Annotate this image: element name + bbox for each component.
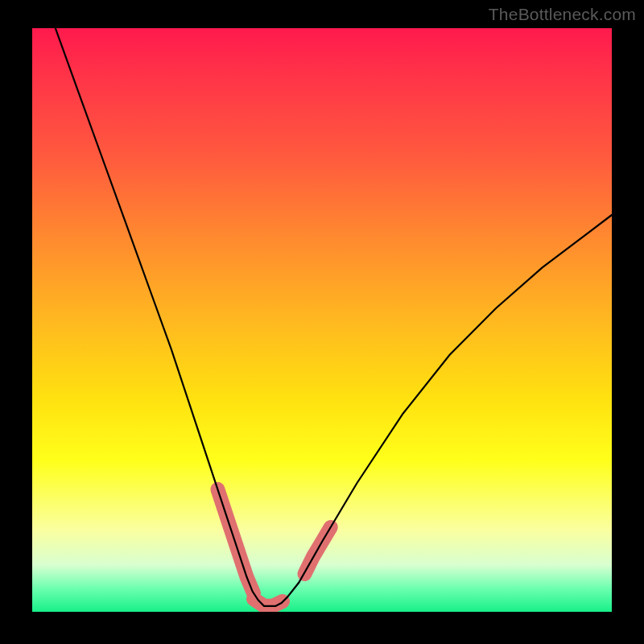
- highlight-group: [217, 489, 330, 606]
- chart-frame: TheBottleneck.com: [0, 0, 644, 644]
- curve-layer: [32, 28, 612, 612]
- plot-area: [32, 28, 612, 612]
- watermark-text: TheBottleneck.com: [489, 5, 636, 24]
- bottleneck-curve: [56, 28, 612, 606]
